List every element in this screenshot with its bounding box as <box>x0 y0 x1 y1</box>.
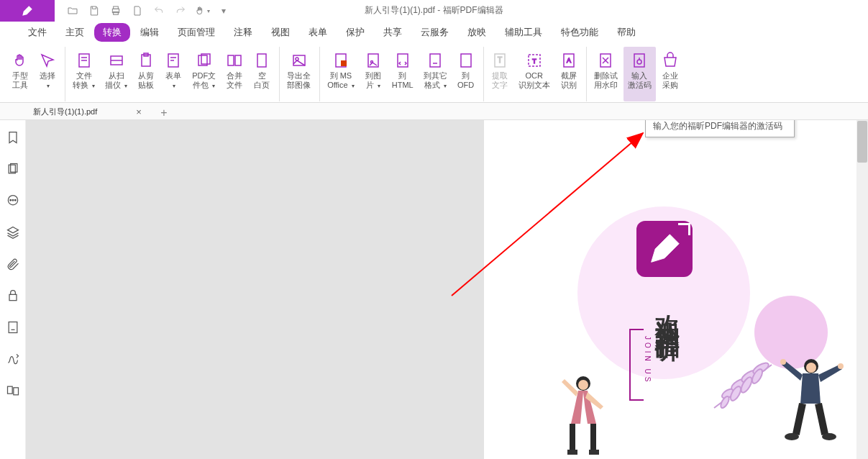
to-msoffice-button[interactable]: 到 MS Office ▾ <box>323 47 359 101</box>
enterprise-button[interactable]: 企业 采购 <box>657 47 683 101</box>
menu-share[interactable]: 共享 <box>375 23 411 42</box>
app-logo <box>0 0 55 22</box>
content-area: 输入激活码 输入您的福昕PDF编辑器的激活码 JOIN US 欢迎来到福昕 <box>0 120 868 459</box>
close-tab-icon[interactable]: × <box>136 106 142 117</box>
svg-point-51 <box>578 380 588 390</box>
compare-icon[interactable] <box>6 383 20 398</box>
save-icon[interactable] <box>83 2 105 19</box>
canvas-background <box>26 120 484 459</box>
svg-rect-55 <box>589 450 599 455</box>
signature-icon[interactable] <box>6 352 20 366</box>
delete-watermark-button[interactable]: 删除试 用水印 <box>590 47 622 101</box>
pdf-page: 输入激活码 输入您的福昕PDF编辑器的激活码 JOIN US 欢迎来到福昕 <box>484 120 868 459</box>
ribbon: 手型 工具 选择▾ 文件 转换 ▾ 从扫 描仪 ▾ 从剪 贴板 表单▾ PDF文… <box>0 42 868 103</box>
join-us-text: JOIN US <box>644 336 652 384</box>
svg-rect-12 <box>257 54 266 67</box>
menu-page[interactable]: 页面管理 <box>169 23 224 42</box>
document-tab[interactable]: 新人引导(1)(1).pdf × <box>26 104 147 119</box>
svg-point-36 <box>14 199 16 201</box>
qat-more-icon[interactable]: ▾ <box>213 2 234 19</box>
export-images-button[interactable]: 导出全 部图像 <box>283 47 315 101</box>
menu-file[interactable]: 文件 <box>19 23 55 42</box>
svg-rect-11 <box>235 55 241 65</box>
svg-text:A: A <box>567 57 571 64</box>
merge-button[interactable]: 合并 文件 <box>221 47 247 101</box>
ocr-text-button[interactable]: TOCR 识别文本 <box>514 47 554 101</box>
blank-page-button[interactable]: 空 白页 <box>249 47 275 101</box>
svg-rect-38 <box>9 322 17 333</box>
page-icon[interactable] <box>127 2 148 19</box>
from-clipboard-button[interactable]: 从剪 贴板 <box>133 47 159 101</box>
menu-features[interactable]: 特色功能 <box>552 23 607 42</box>
titlebar: ▾ ▾ 新人引导(1)(1).pdf - 福昕PDF编辑器 <box>0 0 868 22</box>
bookmark-icon[interactable] <box>6 130 20 145</box>
svg-rect-10 <box>228 55 234 65</box>
quick-access-toolbar: ▾ ▾ <box>55 2 234 19</box>
svg-rect-40 <box>13 388 18 395</box>
undo-icon[interactable] <box>148 2 170 19</box>
enter-code-button[interactable]: 输入 激活码 <box>623 47 656 101</box>
file-convert-button[interactable]: 文件 转换 ▾ <box>68 47 99 101</box>
document-tabstrip: 新人引导(1)(1).pdf × + <box>0 103 868 120</box>
svg-rect-19 <box>398 54 408 67</box>
menu-view[interactable]: 视图 <box>262 23 298 42</box>
to-ofd-button[interactable]: 到 OFD <box>453 47 479 101</box>
print-icon[interactable] <box>105 2 127 19</box>
scrollbar-thumb[interactable] <box>857 121 867 163</box>
svg-rect-29 <box>634 54 644 67</box>
menu-accessibility[interactable]: 辅助工具 <box>496 23 551 42</box>
svg-point-35 <box>12 199 14 201</box>
menu-comment[interactable]: 注释 <box>225 23 261 42</box>
menu-convert[interactable]: 转换 <box>94 23 130 42</box>
svg-rect-37 <box>9 294 17 300</box>
comment-icon[interactable] <box>6 194 20 208</box>
svg-rect-58 <box>792 403 806 435</box>
tooltip: 输入激活码 输入您的福昕PDF编辑器的激活码 <box>645 120 795 137</box>
menu-home[interactable]: 主页 <box>57 23 93 42</box>
pdf-package-button[interactable]: PDF文 件包 ▾ <box>188 47 220 101</box>
document-canvas[interactable]: 输入激活码 输入您的福昕PDF编辑器的激活码 JOIN US 欢迎来到福昕 <box>26 120 868 459</box>
from-scanner-button[interactable]: 从扫 描仪 ▾ <box>101 47 132 101</box>
menu-present[interactable]: 放映 <box>459 23 495 42</box>
attachment-icon[interactable] <box>6 257 20 271</box>
vertical-scrollbar[interactable] <box>856 120 868 459</box>
svg-rect-52 <box>570 424 575 451</box>
to-image-button[interactable]: 到图 片 ▾ <box>360 47 386 101</box>
security-icon[interactable] <box>6 288 20 303</box>
menu-help[interactable]: 帮助 <box>608 23 644 42</box>
svg-point-34 <box>9 199 11 201</box>
open-icon[interactable] <box>62 2 83 19</box>
hand-tool-button[interactable]: 手型 工具 <box>7 47 33 101</box>
person-illustration-1 <box>560 372 611 459</box>
extract-text-button[interactable]: T提取 文字 <box>487 47 513 101</box>
svg-point-63 <box>838 363 844 369</box>
to-other-button[interactable]: 到其它 格式 ▾ <box>419 47 452 101</box>
svg-point-61 <box>822 433 836 440</box>
tooltip-body: 输入您的福昕PDF编辑器的激活码 <box>653 120 787 132</box>
svg-text:T: T <box>532 58 536 65</box>
field-icon[interactable] <box>6 320 20 335</box>
decorative-bracket <box>629 329 644 401</box>
to-html-button[interactable]: 到 HTML <box>388 47 418 101</box>
layers-icon[interactable] <box>6 225 20 240</box>
welcome-text: 欢迎来到福昕 <box>651 296 684 322</box>
hand-dropdown-icon[interactable]: ▾ <box>191 2 213 19</box>
svg-rect-54 <box>567 450 577 455</box>
redo-icon[interactable] <box>170 2 191 19</box>
person-illustration-2 <box>779 355 844 450</box>
screenshot-ocr-button[interactable]: A截屏 识别 <box>556 47 582 101</box>
menu-edit[interactable]: 编辑 <box>132 23 168 42</box>
menu-protect[interactable]: 保护 <box>337 23 373 42</box>
svg-rect-39 <box>7 386 12 394</box>
svg-rect-53 <box>590 424 596 451</box>
menu-form[interactable]: 表单 <box>300 23 336 42</box>
svg-point-60 <box>785 433 799 440</box>
leaves-decoration <box>700 350 786 424</box>
svg-rect-59 <box>815 403 828 435</box>
select-button[interactable]: 选择▾ <box>35 47 60 101</box>
pages-icon[interactable] <box>6 162 20 176</box>
form-button[interactable]: 表单▾ <box>160 47 186 101</box>
svg-point-57 <box>806 363 816 373</box>
menu-cloud[interactable]: 云服务 <box>412 23 457 42</box>
new-tab-button[interactable]: + <box>156 106 172 119</box>
